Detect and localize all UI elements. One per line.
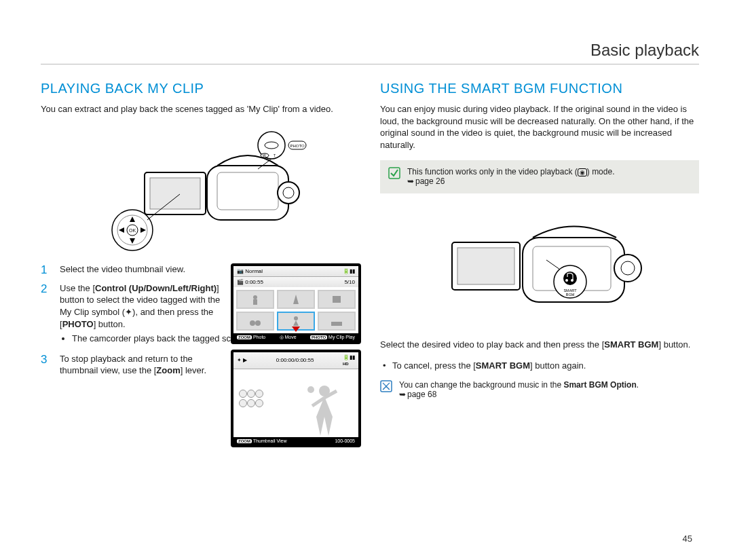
svg-rect-39	[457, 248, 514, 284]
playback-screen: ✦ ▶ 0:00:00/0:00:55 🔋▮▮HD	[231, 350, 361, 447]
zoom-pill: ZOOM	[237, 439, 252, 443]
page-ref: page 68	[407, 390, 436, 399]
svg-text:W: W	[263, 153, 266, 157]
photo-pill: PHOTO	[310, 335, 327, 339]
left-heading: PLAYING BACK MY CLIP	[41, 81, 360, 96]
svg-point-26	[255, 320, 261, 326]
page-ref: page 26	[415, 176, 445, 186]
svg-text:T: T	[274, 153, 276, 157]
camcorder-illustration-nav: OK PHOTO W T	[41, 125, 360, 254]
svg-point-25	[250, 320, 255, 326]
svg-point-27	[294, 316, 298, 320]
zoom-pill: ZOOM	[237, 335, 252, 339]
svg-point-37	[621, 261, 635, 275]
svg-rect-5	[150, 178, 200, 209]
svg-rect-22	[253, 299, 257, 305]
step-2-text: Use the [Control (Up/Down/Left/Right)] b…	[60, 282, 229, 330]
photo-callout-label: PHOTO	[290, 144, 305, 148]
thumbnail	[277, 290, 315, 309]
video-play-mode-icon: ◉	[578, 168, 587, 176]
duration-label: 0:00:55	[245, 279, 263, 285]
lcd-mockups: 📷 Normal 🔋▮▮ 🎬 0:00:55 5/10	[231, 263, 366, 453]
svg-rect-28	[331, 322, 342, 326]
svg-point-41	[563, 272, 577, 285]
thumbnail	[318, 312, 356, 331]
myclip-icon: ✦	[125, 307, 132, 317]
playback-controls	[239, 390, 262, 407]
svg-point-42	[565, 279, 568, 282]
count-label: 5/10	[344, 279, 355, 285]
bgm-button-label-line2: BGM	[566, 293, 575, 297]
camcorder-svg: OK PHOTO W T	[92, 125, 309, 254]
note-1-text: This function works only in the video pl…	[407, 167, 614, 187]
battery-icon: 🔋▮▮HD	[343, 354, 355, 367]
svg-point-21	[253, 295, 257, 299]
battery-icon: 🔋▮▮	[343, 268, 355, 274]
thumbnail-selected	[277, 312, 315, 331]
file-number: 100-0005	[335, 438, 355, 443]
thumbnail	[236, 290, 274, 309]
note-box-2: You can change the background music in t…	[380, 377, 699, 403]
thumbnail-grid	[233, 287, 358, 333]
playback-body	[233, 369, 358, 437]
thumbnail	[236, 312, 274, 331]
chapter-title: Basic playback	[41, 41, 699, 64]
step-number: 1	[41, 263, 52, 277]
cancel-instruction: To cancel, press the [SMART BGM] button …	[392, 360, 699, 371]
bgm-instruction: Select the desired video to play back an…	[380, 339, 699, 351]
check-note-icon	[388, 167, 400, 179]
screen-footer: ZOOM Thumbnail View 100-0005	[233, 437, 358, 445]
svg-rect-24	[333, 296, 341, 303]
two-column-layout: PLAYING BACK MY CLIP You can extract and…	[41, 81, 699, 409]
svg-marker-23	[293, 295, 299, 304]
svg-rect-33	[389, 168, 400, 179]
column-left: PLAYING BACK MY CLIP You can extract and…	[41, 81, 360, 409]
steps-area: 1 Select the video thumbnail view. 2 Use…	[41, 263, 360, 377]
right-intro: You can enjoy music during video playbac…	[380, 103, 699, 151]
myclip-badge-icon: ✦ ▶	[237, 357, 247, 363]
info-note-icon	[380, 380, 392, 392]
svg-point-43	[571, 279, 574, 282]
svg-point-15	[265, 142, 278, 149]
player-silhouette-icon	[304, 383, 345, 437]
svg-rect-1	[217, 172, 278, 210]
camcorder-illustration-bgm: SMART BGM	[380, 200, 699, 329]
step-3-text: To stop playback and return to the thumb…	[60, 353, 229, 377]
column-right: USING THE SMART BGM FUNCTION You can enj…	[380, 81, 699, 409]
note-box-1: This function works only in the video pl…	[380, 160, 699, 193]
manual-page: Basic playback PLAYING BACK MY CLIP You …	[0, 0, 733, 560]
camcorder-bgm-svg: SMART BGM	[428, 200, 652, 329]
playback-time: 0:00:00/0:00:55	[276, 357, 314, 363]
nav-ok-label: OK	[129, 228, 136, 233]
note-2-text: You can change the background music in t…	[399, 380, 639, 400]
step-1-text: Select the video thumbnail view.	[60, 263, 229, 276]
thumbnail	[318, 290, 356, 309]
page-number: 45	[683, 534, 692, 544]
step-number: 2	[41, 282, 52, 348]
mode-label: Normal	[245, 268, 263, 274]
right-heading: USING THE SMART BGM FUNCTION	[380, 81, 699, 96]
left-intro: You can extract and play back the scenes…	[41, 103, 360, 115]
step-number: 3	[41, 353, 52, 377]
svg-point-3	[283, 187, 294, 198]
svg-point-32	[307, 386, 314, 393]
thumbnail-view-screen: 📷 Normal 🔋▮▮ 🎬 0:00:55 5/10	[231, 263, 361, 344]
